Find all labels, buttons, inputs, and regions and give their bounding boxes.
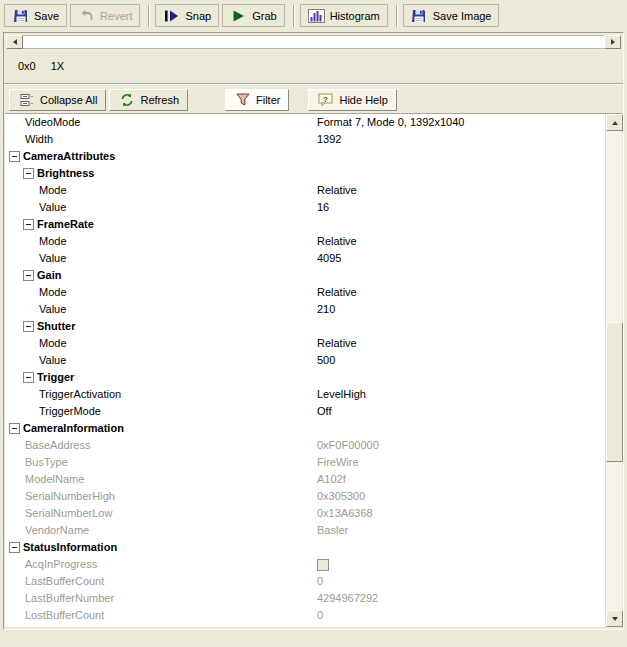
- scroll-down-button[interactable]: [606, 610, 623, 627]
- property-value-cell[interactable]: 0x13A6368: [311, 505, 605, 522]
- scroll-up-button[interactable]: [606, 114, 623, 131]
- property-row-Value[interactable]: Value500: [5, 352, 605, 369]
- property-value-cell[interactable]: 210: [311, 301, 605, 318]
- property-name-cell: SerialNumberHigh: [5, 488, 311, 505]
- property-value-cell: [311, 539, 605, 556]
- property-value-cell[interactable]: 500: [311, 352, 605, 369]
- property-value-cell[interactable]: Relative: [311, 284, 605, 301]
- property-row-Mode[interactable]: ModeRelative: [5, 335, 605, 352]
- group-row-Trigger[interactable]: Trigger: [5, 369, 605, 386]
- property-name-cell: BusType: [5, 454, 311, 471]
- histogram-button-label: Histogram: [330, 10, 380, 22]
- property-value-cell[interactable]: 1392: [311, 131, 605, 148]
- bottom-strip: [0, 630, 627, 647]
- property-name-cell: StatusInformation: [5, 539, 311, 556]
- property-value-cell[interactable]: 0x305300: [311, 488, 605, 505]
- property-value-cell[interactable]: 4294967292: [311, 590, 605, 607]
- property-value-cell[interactable]: FireWire: [311, 454, 605, 471]
- property-value-cell: [311, 216, 605, 233]
- vertical-scrollbar[interactable]: [605, 114, 622, 627]
- property-name-cell: Value: [5, 199, 311, 216]
- property-value-cell[interactable]: Format 7, Mode 0, 1392x1040: [311, 114, 605, 131]
- property-row-Mode[interactable]: ModeRelative: [5, 233, 605, 250]
- acq-in-progress-checkbox[interactable]: [317, 559, 329, 571]
- property-row-VideoMode[interactable]: VideoModeFormat 7, Mode 0, 1392x1040: [5, 114, 605, 131]
- property-value-cell[interactable]: [311, 556, 605, 573]
- property-value-cell[interactable]: A102f: [311, 471, 605, 488]
- property-row-VendorName[interactable]: VendorNameBasler: [5, 522, 605, 539]
- property-name-cell: Width: [5, 131, 311, 148]
- property-value-cell[interactable]: Off: [311, 403, 605, 420]
- collapse-minus-icon[interactable]: [23, 168, 34, 179]
- property-name-cell: AcqInProgress: [5, 556, 311, 573]
- property-row-Value[interactable]: Value210: [5, 301, 605, 318]
- collapse-minus-icon[interactable]: [9, 542, 20, 553]
- property-name-label: TriggerActivation: [39, 386, 121, 403]
- collapse-minus-icon[interactable]: [23, 321, 34, 332]
- property-value-cell[interactable]: Relative: [311, 335, 605, 352]
- property-row-TriggerMode[interactable]: TriggerModeOff: [5, 403, 605, 420]
- property-row-ModelName[interactable]: ModelNameA102f: [5, 471, 605, 488]
- property-value-cell[interactable]: Relative: [311, 233, 605, 250]
- save-button[interactable]: Save: [4, 4, 67, 27]
- collapse-minus-icon[interactable]: [23, 372, 34, 383]
- scroll-left-button[interactable]: [6, 35, 23, 49]
- property-row-BusType[interactable]: BusTypeFireWire: [5, 454, 605, 471]
- property-name-cell: CameraInformation: [5, 420, 311, 437]
- property-row-Mode[interactable]: ModeRelative: [5, 284, 605, 301]
- group-row-CameraInformation[interactable]: CameraInformation: [5, 420, 605, 437]
- property-value-cell[interactable]: 4095: [311, 250, 605, 267]
- property-value-cell[interactable]: 16: [311, 199, 605, 216]
- property-name-label: Value: [39, 301, 66, 318]
- snap-button[interactable]: Snap: [155, 4, 219, 27]
- image-scroll-track[interactable]: [23, 35, 604, 49]
- collapse-minus-icon[interactable]: [23, 219, 34, 230]
- histogram-button[interactable]: Histogram: [300, 4, 388, 27]
- grab-button[interactable]: Grab: [222, 4, 284, 27]
- property-name-cell: Mode: [5, 284, 311, 301]
- hide-help-button[interactable]: ? Hide Help: [308, 89, 396, 111]
- property-row-Width[interactable]: Width1392: [5, 131, 605, 148]
- property-row-Mode[interactable]: ModeRelative: [5, 182, 605, 199]
- property-row-SerialNumberLow[interactable]: SerialNumberLow0x13A6368: [5, 505, 605, 522]
- property-name-label: Shutter: [37, 318, 76, 335]
- property-row-LostBufferCount[interactable]: LostBufferCount0: [5, 607, 605, 624]
- scroll-right-button[interactable]: [604, 35, 621, 49]
- filter-button[interactable]: Filter: [225, 89, 289, 111]
- property-row-Value[interactable]: Value16: [5, 199, 605, 216]
- property-row-Value[interactable]: Value4095: [5, 250, 605, 267]
- revert-button[interactable]: Revert: [70, 4, 140, 27]
- save-image-button[interactable]: Save Image: [403, 4, 500, 27]
- property-row-AcqInProgress[interactable]: AcqInProgress: [5, 556, 605, 573]
- property-name-cell: BaseAddress: [5, 437, 311, 454]
- collapse-minus-icon[interactable]: [9, 151, 20, 162]
- property-row-SerialNumberHigh[interactable]: SerialNumberHigh0x305300: [5, 488, 605, 505]
- property-row-BaseAddress[interactable]: BaseAddress0xF0F00000: [5, 437, 605, 454]
- group-row-Brightness[interactable]: Brightness: [5, 165, 605, 182]
- collapse-minus-icon[interactable]: [9, 423, 20, 434]
- property-name-label: Trigger: [37, 369, 74, 386]
- group-row-CameraAttributes[interactable]: CameraAttributes: [5, 148, 605, 165]
- property-value-cell[interactable]: Basler: [311, 522, 605, 539]
- group-row-Shutter[interactable]: Shutter: [5, 318, 605, 335]
- property-row-TriggerActivation[interactable]: TriggerActivationLevelHigh: [5, 386, 605, 403]
- property-name-cell: CameraAttributes: [5, 148, 311, 165]
- toolbar-separator: [293, 5, 295, 27]
- property-row-LastBufferCount[interactable]: LastBufferCount0: [5, 573, 605, 590]
- property-value-cell[interactable]: Relative: [311, 182, 605, 199]
- property-name-cell: TriggerMode: [5, 403, 311, 420]
- property-value-cell[interactable]: 0: [311, 573, 605, 590]
- group-row-FrameRate[interactable]: FrameRate: [5, 216, 605, 233]
- property-row-LastBufferNumber[interactable]: LastBufferNumber4294967292: [5, 590, 605, 607]
- scrollbar-thumb[interactable]: [606, 322, 623, 462]
- property-value-cell[interactable]: 0: [311, 607, 605, 624]
- group-row-Gain[interactable]: Gain: [5, 267, 605, 284]
- property-name-label: Mode: [39, 335, 67, 352]
- collapse-all-button[interactable]: Collapse All: [9, 89, 106, 111]
- property-value-cell[interactable]: 0xF0F00000: [311, 437, 605, 454]
- collapse-minus-icon[interactable]: [23, 270, 34, 281]
- property-name-cell: ModelName: [5, 471, 311, 488]
- property-value-cell[interactable]: LevelHigh: [311, 386, 605, 403]
- group-row-StatusInformation[interactable]: StatusInformation: [5, 539, 605, 556]
- refresh-button[interactable]: Refresh: [109, 89, 188, 111]
